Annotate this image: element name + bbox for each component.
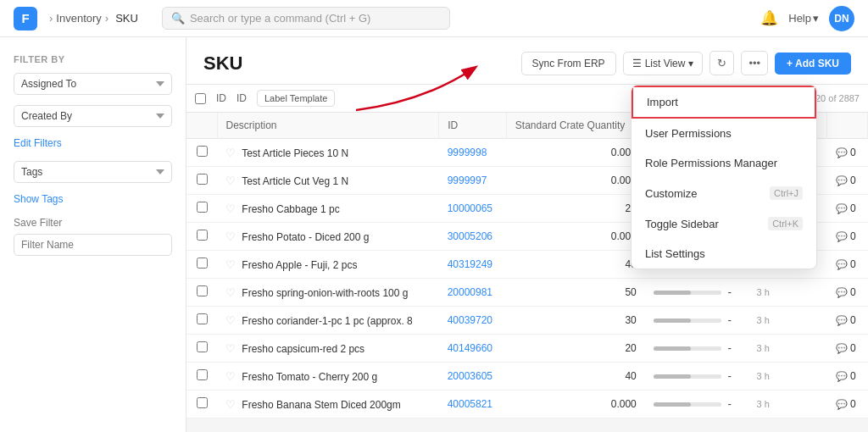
refresh-button[interactable]: ↻ <box>709 51 734 75</box>
dropdown-item-toggle-sidebar[interactable]: Toggle SidebarCtrl+K <box>632 208 816 239</box>
select-all-checkbox[interactable] <box>195 93 206 104</box>
avatar[interactable]: DN <box>829 6 854 31</box>
created-by-select[interactable]: Created By <box>14 105 172 127</box>
row-id[interactable]: 10000065 <box>439 195 507 223</box>
progress-bar <box>654 402 691 407</box>
row-comments: 💬 0 <box>827 251 868 279</box>
bell-icon[interactable]: 🔔 <box>760 9 778 27</box>
edit-filters-link[interactable]: Edit Filters <box>14 137 172 149</box>
heart-icon[interactable]: ♡ <box>225 258 236 271</box>
dropdown-item-list-settings[interactable]: List Settings <box>632 239 816 269</box>
heart-icon[interactable]: ♡ <box>225 398 236 411</box>
row-checkbox[interactable] <box>197 258 208 269</box>
row-description[interactable]: ♡ Test Article Cut Veg 1 N <box>217 167 439 195</box>
dropdown-item-user-permissions[interactable]: User Permissions <box>632 119 816 148</box>
list-view-label: List View <box>645 58 686 69</box>
label-template-button[interactable]: Label Template <box>257 90 335 107</box>
row-description[interactable]: ♡ Test Article Pieces 10 N <box>217 139 439 167</box>
row-id[interactable]: 20003605 <box>439 363 507 390</box>
lower-col: - <box>654 398 740 410</box>
row-id[interactable]: 40005821 <box>439 390 507 418</box>
header-actions: Sync From ERP ☰ List View ▾ ↻ ••• + Add … <box>521 51 851 75</box>
breadcrumb-inventory[interactable]: Inventory <box>56 12 101 25</box>
heart-icon[interactable]: ♡ <box>225 314 236 327</box>
table-row: ♡ Fresho Banana Stem Diced 200gm 4000582… <box>186 390 868 418</box>
assigned-to-select[interactable]: Assigned To <box>14 73 172 95</box>
qty-value: 30 <box>625 314 636 326</box>
row-checkbox[interactable] <box>197 369 208 380</box>
heart-icon[interactable]: ♡ <box>225 370 236 383</box>
row-checkbox-cell[interactable] <box>186 390 217 418</box>
list-view-button[interactable]: ☰ List View ▾ <box>623 52 704 75</box>
dropdown-item-role-permissions[interactable]: Role Permissions Manager <box>632 148 816 178</box>
row-checkbox-cell[interactable] <box>186 167 217 195</box>
search-icon: 🔍 <box>171 12 185 25</box>
row-checkbox-cell[interactable] <box>186 335 217 363</box>
heart-icon[interactable]: ♡ <box>225 174 236 187</box>
th-description[interactable]: Description <box>217 113 439 139</box>
row-checkbox[interactable] <box>197 313 208 324</box>
row-checkbox-cell[interactable] <box>186 363 217 390</box>
row-description[interactable]: ♡ Fresho Banana Stem Diced 200gm <box>217 390 439 418</box>
heart-icon[interactable]: ♡ <box>225 286 236 299</box>
heart-icon[interactable]: ♡ <box>225 342 236 355</box>
row-checkbox-cell[interactable] <box>186 223 217 251</box>
heart-icon[interactable]: ♡ <box>225 147 236 159</box>
row-id[interactable]: 40319249 <box>439 251 507 279</box>
sync-button[interactable]: Sync From ERP <box>521 52 616 75</box>
row-comments: 💬 0 <box>827 363 868 390</box>
row-id[interactable]: 9999997 <box>439 167 507 195</box>
row-id[interactable]: 40149660 <box>439 335 507 363</box>
row-description[interactable]: ♡ Fresho Apple - Fuji, 2 pcs <box>217 251 439 279</box>
add-sku-button[interactable]: + Add SKU <box>775 53 851 75</box>
row-id[interactable]: 40039720 <box>439 307 507 335</box>
breadcrumb: › Inventory › SKU <box>46 12 142 25</box>
row-checkbox[interactable] <box>197 202 208 213</box>
row-checkbox-cell[interactable] <box>186 307 217 335</box>
th-id[interactable]: ID <box>439 113 507 139</box>
dropdown-item-import[interactable]: Import <box>632 86 816 119</box>
row-comments: 💬 0 <box>827 307 868 335</box>
comment-icon: 💬 <box>836 231 848 241</box>
row-checkbox-cell[interactable] <box>186 251 217 279</box>
row-checkbox[interactable] <box>197 397 208 408</box>
comment-count: 0 <box>850 342 856 354</box>
row-description[interactable]: ♡ Fresho Potato - Diced 200 g <box>217 223 439 251</box>
row-description[interactable]: ♡ Fresho coriander-1-pc 1 pc (approx. 8 <box>217 307 439 335</box>
dropdown-item-customize[interactable]: CustomizeCtrl+J <box>632 178 816 208</box>
row-description[interactable]: ♡ Fresho spring-onion-with-roots 100 g <box>217 279 439 307</box>
row-checkbox-cell[interactable] <box>186 139 217 167</box>
row-description[interactable]: ♡ Fresho Cabbage 1 pc <box>217 195 439 223</box>
menu-label-user-permissions: User Permissions <box>645 127 732 140</box>
table-row: ♡ Fresho capsicum-red 2 pcs 40149660 20 … <box>186 335 868 363</box>
row-checkbox[interactable] <box>197 174 208 185</box>
help-menu[interactable]: Help ▾ <box>788 12 819 25</box>
row-description[interactable]: ♡ Fresho capsicum-red 2 pcs <box>217 335 439 363</box>
row-checkbox[interactable] <box>197 230 208 241</box>
chevron-right-icon: › <box>49 12 53 25</box>
tags-select[interactable]: Tags <box>14 161 172 183</box>
filter-name-input[interactable] <box>14 234 172 256</box>
row-checkbox-cell[interactable] <box>186 195 217 223</box>
row-description[interactable]: ♡ Fresho Tomato - Cherry 200 g <box>217 363 439 390</box>
row-id[interactable]: 20000981 <box>439 279 507 307</box>
heart-icon[interactable]: ♡ <box>225 202 236 215</box>
row-id[interactable]: 30005206 <box>439 223 507 251</box>
comment-count: 0 <box>850 370 856 382</box>
row-checkbox[interactable] <box>197 285 208 296</box>
total-count: 20 of 2887 <box>815 93 860 103</box>
more-button[interactable]: ••• <box>741 51 768 75</box>
comment-count: 0 <box>850 258 856 270</box>
show-tags-link[interactable]: Show Tags <box>14 193 172 205</box>
th-std-crate[interactable]: Standard Crate Quantity <box>506 113 644 139</box>
search-bar[interactable]: 🔍 Search or type a command (Ctrl + G) <box>162 7 450 30</box>
row-checkbox[interactable] <box>197 341 208 352</box>
row-id[interactable]: 9999998 <box>439 139 507 167</box>
row-lower: - <box>645 279 748 307</box>
row-checkbox[interactable] <box>197 146 208 157</box>
id-col-label: ID <box>216 92 226 104</box>
progress-bar-wrap <box>654 402 721 407</box>
save-filter-label: Save Filter <box>14 217 172 229</box>
row-checkbox-cell[interactable] <box>186 279 217 307</box>
heart-icon[interactable]: ♡ <box>225 230 236 243</box>
